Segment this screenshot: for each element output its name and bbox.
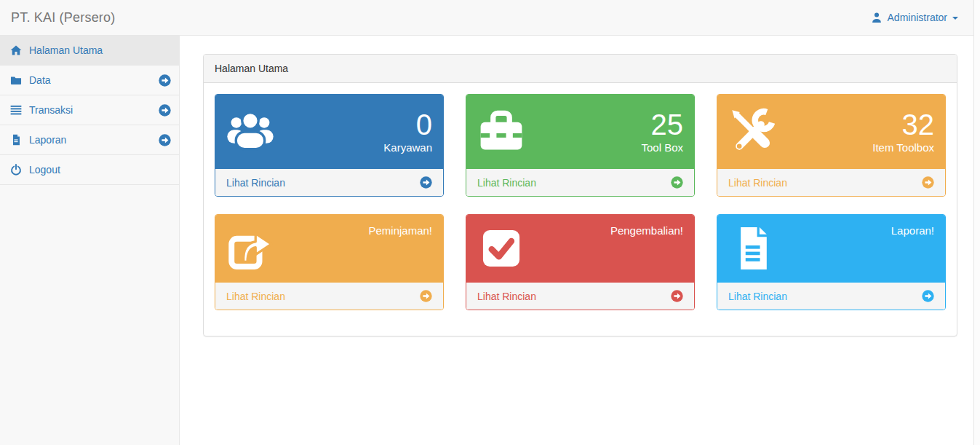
- lihat-rincian-link[interactable]: Lihat Rincian: [717, 282, 945, 310]
- home-icon: [10, 44, 22, 56]
- stat-card-toolbox: 25 Tool Box Lihat Rincian: [466, 94, 695, 197]
- card-header: 0 Karyawan: [215, 95, 443, 168]
- lihat-rincian-link[interactable]: Lihat Rincian: [466, 282, 694, 310]
- sidebar-item-laporan[interactable]: Laporan: [0, 125, 179, 155]
- lihat-rincian-link[interactable]: Lihat Rincian: [717, 168, 945, 196]
- arrow-circle-right-icon: [671, 290, 683, 302]
- card-header: Laporan!: [717, 215, 945, 282]
- sidebar-item-data[interactable]: Data: [0, 66, 179, 95]
- sidebar-item-label: Laporan: [29, 134, 66, 146]
- folder-icon: [10, 74, 22, 86]
- lihat-rincian-link[interactable]: Lihat Rincian: [215, 282, 443, 310]
- caret-down-icon: [952, 17, 958, 20]
- sidebar-item-halaman-utama[interactable]: Halaman Utama: [0, 36, 179, 66]
- panel-body: 0 Karyawan Lihat Rincian: [204, 83, 957, 336]
- users-icon: [226, 108, 274, 156]
- arrow-circle-right-icon: [671, 176, 683, 189]
- sidebar-item-logout[interactable]: Logout: [0, 155, 179, 185]
- brand-title: PT. KAI (Persero): [0, 10, 115, 25]
- notice-title: Laporan!: [891, 224, 934, 237]
- arrow-circle-right-icon: [159, 134, 171, 146]
- arrow-circle-right-icon: [159, 74, 171, 87]
- sidebar-item-label: Logout: [29, 164, 60, 176]
- panel-title: Halaman Utama: [204, 55, 957, 83]
- link-label: Lihat Rincian: [226, 291, 285, 302]
- dashboard-panel: Halaman Utama: [203, 54, 957, 336]
- arrow-circle-right-icon: [420, 176, 432, 189]
- stat-label: Karyawan: [383, 141, 432, 154]
- card-header: Pengembalian!: [466, 215, 694, 282]
- link-label: Lihat Rincian: [728, 177, 787, 189]
- share-icon: [226, 224, 274, 272]
- user-icon: [871, 12, 883, 23]
- notice-card-pengembalian: Pengembalian! Lihat Rincian: [466, 214, 695, 310]
- notice-cards-row: Peminjaman! Lihat Rincian: [215, 214, 946, 310]
- arrow-circle-right-icon: [420, 290, 432, 302]
- arrow-circle-right-icon: [922, 290, 934, 302]
- scrollbar-track[interactable]: [973, 0, 980, 445]
- link-label: Lihat Rincian: [477, 177, 536, 189]
- card-header: 32 Item Toolbox: [717, 95, 945, 168]
- link-label: Lihat Rincian: [728, 291, 787, 302]
- app-window: PT. KAI (Persero) Administrator Halaman …: [0, 0, 980, 445]
- arrow-circle-right-icon: [159, 104, 171, 117]
- sidebar-item-label: Transaksi: [29, 104, 73, 116]
- card-header: Peminjaman!: [215, 215, 443, 282]
- main-content: Halaman Utama: [180, 36, 980, 445]
- sidebar: Halaman Utama Data Tran: [0, 36, 180, 445]
- sidebar-item-label: Halaman Utama: [29, 44, 103, 56]
- card-header: 25 Tool Box: [466, 95, 694, 168]
- notice-title: Pengembalian!: [610, 224, 683, 237]
- user-name: Administrator: [888, 12, 947, 23]
- tools-icon: [728, 108, 776, 156]
- sidebar-item-transaksi[interactable]: Transaksi: [0, 95, 179, 125]
- notice-title: Peminjaman!: [368, 224, 432, 237]
- stat-value: 0: [383, 109, 432, 140]
- file-lines-icon: [728, 224, 776, 272]
- notice-card-laporan: Laporan! Lihat Rincian: [717, 214, 946, 310]
- user-dropdown[interactable]: Administrator: [871, 12, 958, 23]
- list-icon: [10, 104, 22, 116]
- stat-card-item-toolbox: 32 Item Toolbox Lihat Rincian: [717, 94, 946, 197]
- top-navbar: PT. KAI (Persero) Administrator: [0, 0, 980, 36]
- toolbox-icon: [477, 108, 525, 156]
- stat-label: Item Toolbox: [872, 141, 934, 154]
- lihat-rincian-link[interactable]: Lihat Rincian: [215, 168, 443, 196]
- lihat-rincian-link[interactable]: Lihat Rincian: [466, 168, 694, 196]
- notice-card-peminjaman: Peminjaman! Lihat Rincian: [215, 214, 444, 310]
- arrow-circle-right-icon: [922, 176, 934, 189]
- stat-value: 32: [872, 109, 934, 140]
- stat-cards-row: 0 Karyawan Lihat Rincian: [215, 94, 946, 197]
- stat-label: Tool Box: [641, 141, 683, 154]
- check-square-icon: [477, 224, 525, 272]
- stat-value: 25: [641, 109, 683, 140]
- stat-card-karyawan: 0 Karyawan Lihat Rincian: [215, 94, 444, 197]
- power-icon: [10, 164, 22, 176]
- link-label: Lihat Rincian: [226, 177, 285, 189]
- link-label: Lihat Rincian: [477, 291, 536, 302]
- file-icon: [10, 134, 22, 146]
- sidebar-item-label: Data: [29, 74, 51, 86]
